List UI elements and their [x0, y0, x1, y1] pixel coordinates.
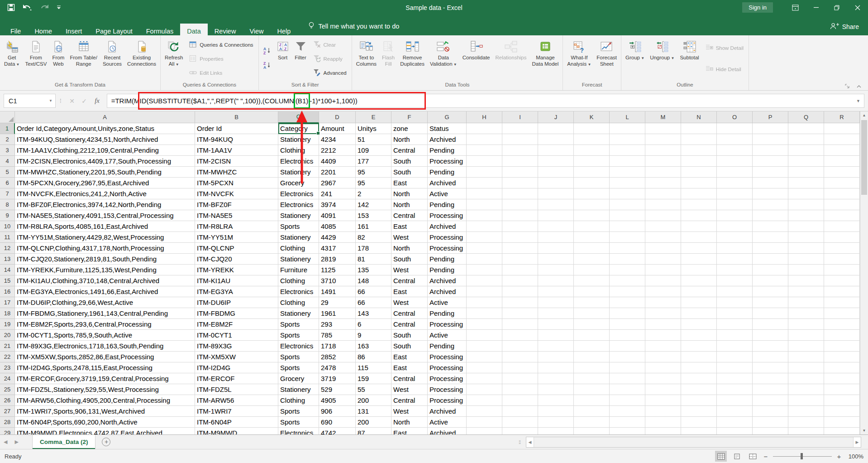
- column-header-J[interactable]: J: [538, 111, 574, 123]
- cell-H27[interactable]: [467, 406, 502, 417]
- cell-I8[interactable]: [502, 199, 538, 210]
- cell-L21[interactable]: [610, 341, 645, 352]
- name-box-caret-icon[interactable]: ▼: [49, 99, 52, 103]
- cell-P9[interactable]: [753, 210, 788, 221]
- cell-K14[interactable]: [574, 265, 610, 275]
- cell-K10[interactable]: [574, 221, 610, 232]
- scroll-right-icon[interactable]: ▶: [854, 440, 861, 444]
- cell-E14[interactable]: 135: [356, 265, 391, 275]
- cell-M28[interactable]: [645, 417, 681, 428]
- row-header-3[interactable]: 3: [0, 145, 15, 156]
- cell-H21[interactable]: [467, 341, 502, 352]
- cell-D11[interactable]: 4429: [319, 232, 356, 243]
- cell-K17[interactable]: [574, 297, 610, 308]
- cell-F26[interactable]: Central: [391, 395, 428, 406]
- cell-R16[interactable]: [824, 286, 860, 297]
- cell-A11[interactable]: ITM-YY51M,Stationery,4429,82,West,Proces…: [15, 232, 195, 243]
- cell-J19[interactable]: [538, 319, 574, 330]
- cell-P17[interactable]: [753, 297, 788, 308]
- row-header-2[interactable]: 2: [0, 134, 15, 145]
- cell-I21[interactable]: [502, 341, 538, 352]
- cell-G14[interactable]: Pending: [428, 265, 467, 275]
- cell-J24[interactable]: [538, 373, 574, 384]
- cell-P13[interactable]: [753, 254, 788, 265]
- cell-A7[interactable]: ITM-NVCFK,Electronics,241,2,North,Active: [15, 188, 195, 199]
- cell-K25[interactable]: [574, 384, 610, 395]
- cell-G9[interactable]: Processing: [428, 210, 467, 221]
- cell-B2[interactable]: ITM-94KUQ: [195, 134, 278, 145]
- cell-I2[interactable]: [502, 134, 538, 145]
- cell-A25[interactable]: ITM-FDZ5L,Stationery,529,55,West,Process…: [15, 384, 195, 395]
- cell-K9[interactable]: [574, 210, 610, 221]
- cell-C16[interactable]: Electronics: [278, 286, 319, 297]
- cell-E21[interactable]: 163: [356, 341, 391, 352]
- cell-G3[interactable]: Pending: [428, 145, 467, 156]
- cell-R9[interactable]: [824, 210, 860, 221]
- cell-B19[interactable]: ITM-E8M2F: [195, 319, 278, 330]
- cell-A14[interactable]: ITM-YREKK,Furniture,1125,135,West,Pendin…: [15, 265, 195, 275]
- ribbon-button-from-text-csv[interactable]: FromText/CSV: [22, 37, 49, 81]
- cell-M1[interactable]: [645, 123, 681, 134]
- ribbon-button-flash-fill[interactable]: FlashFill: [379, 37, 397, 81]
- cell-M3[interactable]: [645, 145, 681, 156]
- cell-G27[interactable]: Archived: [428, 406, 467, 417]
- minimize-button[interactable]: [806, 0, 826, 15]
- cell-A8[interactable]: ITM-BFZ0F,Electronics,3974,142,North,Pen…: [15, 199, 195, 210]
- cell-F23[interactable]: East: [391, 362, 428, 373]
- row-header-20[interactable]: 20: [0, 330, 15, 341]
- cell-Q3[interactable]: [788, 145, 824, 156]
- cell-Q22[interactable]: [788, 352, 824, 362]
- cell-N27[interactable]: [681, 406, 717, 417]
- cell-N11[interactable]: [681, 232, 717, 243]
- cell-O17[interactable]: [717, 297, 753, 308]
- cell-P1[interactable]: [753, 123, 788, 134]
- cell-K28[interactable]: [574, 417, 610, 428]
- cell-E2[interactable]: 51: [356, 134, 391, 145]
- row-header-7[interactable]: 7: [0, 188, 15, 199]
- cell-R3[interactable]: [824, 145, 860, 156]
- row-header-23[interactable]: 23: [0, 362, 15, 373]
- ribbon-button-advanced[interactable]: Advanced: [311, 68, 349, 78]
- cell-C7[interactable]: Electronics: [278, 188, 319, 199]
- cell-L12[interactable]: [610, 243, 645, 254]
- cell-M24[interactable]: [645, 373, 681, 384]
- cell-J16[interactable]: [538, 286, 574, 297]
- cell-P12[interactable]: [753, 243, 788, 254]
- cell-E27[interactable]: 131: [356, 406, 391, 417]
- cell-B7[interactable]: ITM-NVCFK: [195, 188, 278, 199]
- cell-E26[interactable]: 200: [356, 395, 391, 406]
- cell-Q1[interactable]: [788, 123, 824, 134]
- cell-C20[interactable]: Sports: [278, 330, 319, 341]
- cell-H19[interactable]: [467, 319, 502, 330]
- ribbon-button-existing-connections[interactable]: ExistingConnections: [124, 37, 159, 81]
- cell-O4[interactable]: [717, 156, 753, 167]
- ribbon-button-refresh-all[interactable]: RefreshAll ▼: [162, 37, 186, 81]
- cell-Q13[interactable]: [788, 254, 824, 265]
- cell-Q9[interactable]: [788, 210, 824, 221]
- cell-J20[interactable]: [538, 330, 574, 341]
- cell-N9[interactable]: [681, 210, 717, 221]
- cell-L11[interactable]: [610, 232, 645, 243]
- cell-M7[interactable]: [645, 188, 681, 199]
- cell-A26[interactable]: ITM-ARW56,Clothing,4905,200,Central,Proc…: [15, 395, 195, 406]
- cell-H11[interactable]: [467, 232, 502, 243]
- row-header-8[interactable]: 8: [0, 199, 15, 210]
- vertical-scrollbar[interactable]: ▲ ▼: [860, 111, 868, 434]
- ribbon-button-subtotal[interactable]: Subtotal: [677, 37, 701, 81]
- cell-E28[interactable]: 200: [356, 417, 391, 428]
- cell-D18[interactable]: 1961: [319, 308, 356, 319]
- cell-L15[interactable]: [610, 275, 645, 286]
- cell-R12[interactable]: [824, 243, 860, 254]
- cell-O6[interactable]: [717, 178, 753, 188]
- cell-P15[interactable]: [753, 275, 788, 286]
- cell-N7[interactable]: [681, 188, 717, 199]
- cell-L26[interactable]: [610, 395, 645, 406]
- cell-M18[interactable]: [645, 308, 681, 319]
- cell-R23[interactable]: [824, 362, 860, 373]
- cell-C22[interactable]: Sports: [278, 352, 319, 362]
- cell-H14[interactable]: [467, 265, 502, 275]
- cell-M14[interactable]: [645, 265, 681, 275]
- cell-P25[interactable]: [753, 384, 788, 395]
- cell-M15[interactable]: [645, 275, 681, 286]
- cell-Q25[interactable]: [788, 384, 824, 395]
